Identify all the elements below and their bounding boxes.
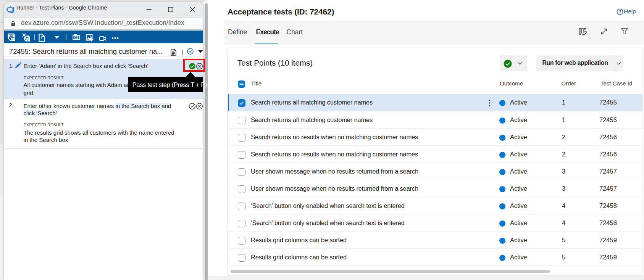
svg-text:?: ? [619,10,621,14]
